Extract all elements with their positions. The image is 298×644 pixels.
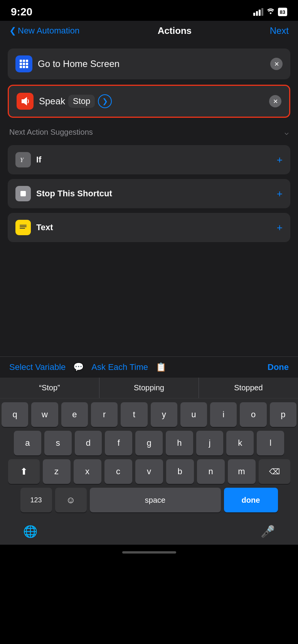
- speak-pill[interactable]: Stop: [68, 95, 95, 108]
- key-a[interactable]: a: [14, 431, 41, 455]
- svg-rect-5: [26, 63, 28, 65]
- keyboard: q w e r t y u i o p a s d f g h j k l ⬆ …: [0, 398, 298, 518]
- action-go-home[interactable]: Go to Home Screen ✕: [8, 49, 290, 79]
- next-button[interactable]: Next: [270, 25, 289, 36]
- key-l[interactable]: l: [257, 431, 284, 455]
- svg-rect-14: [20, 228, 25, 229]
- key-e[interactable]: e: [61, 402, 88, 427]
- suggestion-add-text[interactable]: +: [277, 222, 283, 234]
- suggestion-add-stop[interactable]: +: [277, 188, 283, 200]
- autocomplete-item-0[interactable]: “Stop”: [0, 378, 99, 398]
- status-time: 9:20: [11, 6, 32, 18]
- key-v[interactable]: v: [135, 459, 163, 484]
- key-g[interactable]: g: [135, 431, 163, 455]
- suggestion-if[interactable]: Y If +: [8, 145, 290, 174]
- key-k[interactable]: k: [226, 431, 254, 455]
- bottom-bar: 🌐 🎤: [0, 518, 298, 545]
- ask-each-time-button[interactable]: Ask Each Time: [91, 362, 148, 372]
- suggestion-add-if[interactable]: +: [277, 154, 283, 166]
- action-close-speak[interactable]: ✕: [269, 95, 281, 107]
- key-p[interactable]: p: [270, 402, 296, 427]
- action-close-go-home[interactable]: ✕: [270, 58, 283, 70]
- key-done[interactable]: done: [224, 488, 278, 512]
- home-bar: [122, 551, 176, 554]
- key-n[interactable]: n: [197, 459, 225, 484]
- key-c[interactable]: c: [104, 459, 132, 484]
- suggestions-header: Next Action Suggestions ⌵: [8, 123, 290, 141]
- suggestion-label-if: If: [36, 155, 271, 165]
- key-s[interactable]: s: [44, 431, 72, 455]
- wifi-icon: [266, 8, 275, 16]
- svg-rect-1: [23, 60, 25, 62]
- key-w[interactable]: w: [31, 402, 58, 427]
- svg-rect-8: [26, 66, 28, 68]
- key-y[interactable]: y: [151, 402, 177, 427]
- key-shift[interactable]: ⬆: [8, 459, 40, 484]
- key-q[interactable]: q: [2, 402, 28, 427]
- key-f[interactable]: f: [105, 431, 132, 455]
- svg-rect-4: [23, 63, 25, 65]
- svg-rect-13: [20, 226, 27, 227]
- key-u[interactable]: u: [180, 402, 207, 427]
- speak-arrow-button[interactable]: ❯: [98, 94, 112, 108]
- suggestion-icon-stop: [15, 186, 31, 201]
- svg-rect-11: [20, 191, 26, 196]
- key-x[interactable]: x: [74, 459, 101, 484]
- main-content: Go to Home Screen ✕ Speak Stop ❯ ✕ Next …: [0, 41, 298, 356]
- svg-marker-9: [22, 97, 27, 105]
- key-num[interactable]: 123: [20, 488, 52, 512]
- key-i[interactable]: i: [210, 402, 237, 427]
- key-z[interactable]: z: [43, 459, 71, 484]
- svg-rect-2: [26, 60, 28, 62]
- key-h[interactable]: h: [166, 431, 193, 455]
- status-bar: 9:20 83: [0, 0, 298, 21]
- clipboard-icon: 📋: [156, 362, 166, 372]
- back-button[interactable]: ❮ New Automation: [9, 26, 79, 36]
- key-delete[interactable]: ⌫: [259, 459, 290, 484]
- mic-icon[interactable]: 🎤: [261, 525, 275, 538]
- key-m[interactable]: m: [228, 459, 256, 484]
- suggestion-text[interactable]: Text +: [8, 213, 290, 242]
- toolbar-done-button[interactable]: Done: [268, 362, 289, 372]
- action-label-go-home: Go to Home Screen: [38, 59, 265, 69]
- signal-icon: [253, 8, 263, 16]
- autocomplete-item-2[interactable]: Stopped: [199, 378, 298, 398]
- globe-icon[interactable]: 🌐: [23, 525, 37, 538]
- suggestion-stop-shortcut[interactable]: Stop This Shortcut +: [8, 179, 290, 208]
- suggestions-title: Next Action Suggestions: [9, 128, 93, 137]
- svg-rect-7: [23, 66, 25, 68]
- suggestion-icon-text: [15, 220, 31, 235]
- action-icon-go-home: [15, 55, 32, 72]
- toolbar: Select Variable 💬 Ask Each Time 📋 Done: [0, 356, 298, 378]
- key-space[interactable]: space: [90, 488, 221, 512]
- select-variable-button[interactable]: Select Variable: [9, 362, 66, 372]
- key-j[interactable]: j: [196, 431, 224, 455]
- battery-level: 83: [280, 9, 285, 15]
- suggestion-icon-if: Y: [15, 152, 31, 167]
- key-emoji[interactable]: ☺: [55, 488, 87, 512]
- svg-rect-6: [20, 66, 22, 68]
- key-b[interactable]: b: [166, 459, 194, 484]
- key-t[interactable]: t: [121, 402, 147, 427]
- status-icons: 83: [253, 8, 287, 16]
- key-r[interactable]: r: [91, 402, 118, 427]
- nav-bar: ❮ New Automation Actions Next: [0, 21, 298, 41]
- chevron-down-icon: ⌵: [285, 128, 289, 137]
- battery-indicator: 83: [278, 8, 287, 16]
- svg-text:Y: Y: [20, 157, 24, 163]
- key-o[interactable]: o: [240, 402, 266, 427]
- back-label: New Automation: [18, 26, 79, 36]
- suggestion-label-stop: Stop This Shortcut: [36, 189, 271, 199]
- suggestion-label-text: Text: [36, 222, 271, 233]
- svg-rect-3: [20, 63, 22, 65]
- chevron-left-icon: ❮: [9, 26, 16, 36]
- action-speak[interactable]: Speak Stop ❯ ✕: [8, 85, 290, 118]
- keyboard-row-3: ⬆ z x c v b n m ⌫: [0, 455, 298, 484]
- page-title: Actions: [158, 25, 192, 36]
- keyboard-row-4: 123 ☺ space done: [0, 484, 298, 518]
- key-d[interactable]: d: [75, 431, 102, 455]
- autocomplete-item-1[interactable]: Stopping: [99, 378, 199, 398]
- home-indicator: [0, 545, 298, 560]
- svg-rect-12: [20, 225, 27, 226]
- keyboard-row-1: q w e r t y u i o p: [0, 398, 298, 427]
